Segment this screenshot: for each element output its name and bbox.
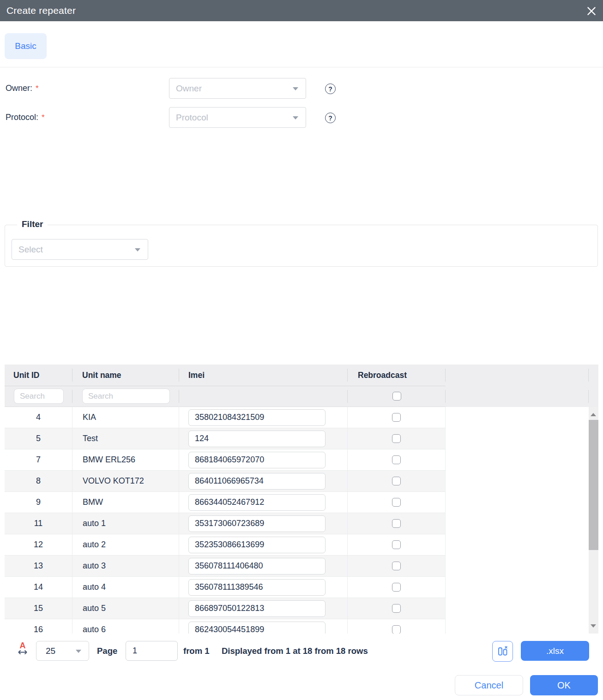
required-asterisk: * xyxy=(42,113,45,122)
imei-cell xyxy=(179,428,348,449)
rebroadcast-cell xyxy=(348,428,446,449)
table-row[interactable]: 7 BMW ERL256 xyxy=(5,449,446,471)
columns-remove-icon xyxy=(496,645,509,658)
scroll-up-icon[interactable] xyxy=(591,413,596,416)
export-xlsx-button[interactable]: .xlsx xyxy=(521,641,589,661)
owner-select[interactable]: Owner xyxy=(169,78,306,99)
table-scrollbar[interactable] xyxy=(589,407,598,634)
table-row[interactable]: 8 VOLVO KOT172 xyxy=(5,471,446,492)
imei-input[interactable] xyxy=(188,600,326,617)
imei-input[interactable] xyxy=(188,473,326,490)
hide-columns-button[interactable] xyxy=(492,641,513,662)
table-row[interactable]: 4 KIA xyxy=(5,407,446,428)
cancel-button[interactable]: Cancel xyxy=(455,675,523,695)
table-header-row: Unit ID Unit name Imei Rebroadcast xyxy=(5,365,598,386)
col-header-unit-name[interactable]: Unit name xyxy=(72,365,179,386)
page-size-value: 25 xyxy=(46,646,55,656)
unit-name-cell: KIA xyxy=(72,407,179,428)
imei-input[interactable] xyxy=(188,452,326,468)
chevron-down-icon xyxy=(293,87,298,90)
column-separator xyxy=(445,390,446,403)
rebroadcast-cell xyxy=(348,577,446,598)
imei-input[interactable] xyxy=(188,579,326,596)
unit-id-cell: 13 xyxy=(5,556,72,576)
table-body: 4 KIA 5 Test 7 BMW ERL256 8 VOLVO KOT172 xyxy=(5,407,598,634)
table-row[interactable]: 14 auto 4 xyxy=(5,577,446,598)
unit-name-cell: auto 3 xyxy=(72,556,179,576)
imei-input[interactable] xyxy=(188,537,326,553)
imei-input[interactable] xyxy=(188,494,326,511)
help-glyph: ? xyxy=(328,85,332,93)
unit-name-search-input[interactable] xyxy=(82,389,170,404)
table-row[interactable]: 5 Test xyxy=(5,428,446,449)
table-row[interactable]: 13 auto 3 xyxy=(5,556,446,577)
rebroadcast-checkbox[interactable] xyxy=(392,540,401,549)
imei-cell xyxy=(179,534,348,555)
imei-input[interactable] xyxy=(188,558,326,574)
rebroadcast-cell xyxy=(348,471,446,491)
rebroadcast-cell xyxy=(348,598,446,619)
col-header-rebroadcast[interactable]: Rebroadcast xyxy=(348,365,446,386)
filter-select[interactable]: Select xyxy=(12,239,148,260)
column-separator xyxy=(72,390,72,403)
filter-legend: Filter xyxy=(17,219,48,229)
create-repeater-dialog: Create repeater Basic Owner: * Owner ? P… xyxy=(0,0,603,700)
table-row[interactable]: 12 auto 2 xyxy=(5,534,446,556)
imei-cell xyxy=(179,513,348,534)
imei-cell xyxy=(179,449,348,470)
rebroadcast-checkbox[interactable] xyxy=(392,562,401,570)
unit-id-search-input[interactable] xyxy=(14,389,64,404)
close-icon[interactable] xyxy=(584,3,599,19)
protocol-help-icon[interactable]: ? xyxy=(325,113,336,123)
rebroadcast-checkbox[interactable] xyxy=(392,583,401,592)
protocol-select[interactable]: Protocol xyxy=(169,107,306,128)
autofit-columns-button[interactable]: A xyxy=(14,641,31,655)
rebroadcast-cell xyxy=(348,449,446,470)
rebroadcast-checkbox[interactable] xyxy=(392,434,401,443)
units-table: Unit ID Unit name Imei Rebroadcast 4 KIA xyxy=(5,365,598,634)
dialog-titlebar: Create repeater xyxy=(0,0,603,21)
column-separator xyxy=(588,390,589,403)
rebroadcast-cell xyxy=(348,534,446,555)
tab-basic[interactable]: Basic xyxy=(5,33,47,59)
rebroadcast-checkbox[interactable] xyxy=(392,413,401,422)
scroll-thumb[interactable] xyxy=(589,420,598,550)
page-size-select[interactable]: 25 xyxy=(36,641,89,661)
protocol-label-text: Protocol: xyxy=(6,113,38,122)
table-rows: 4 KIA 5 Test 7 BMW ERL256 8 VOLVO KOT172 xyxy=(5,407,446,634)
table-row[interactable]: 11 auto 1 xyxy=(5,513,446,534)
imei-input[interactable] xyxy=(188,622,326,634)
scroll-down-icon[interactable] xyxy=(591,624,596,628)
autofit-letter: A xyxy=(20,641,26,650)
page-label: Page xyxy=(97,641,117,661)
rebroadcast-checkbox[interactable] xyxy=(392,455,401,464)
unit-name-cell: VOLVO KOT172 xyxy=(72,471,179,491)
imei-input[interactable] xyxy=(188,431,326,447)
unit-id-cell: 8 xyxy=(5,471,72,491)
col-header-unit-id[interactable]: Unit ID xyxy=(5,365,72,386)
displayed-rows-label: Displayed from 1 at 18 from 18 rows xyxy=(222,641,368,661)
rebroadcast-cell xyxy=(348,556,446,576)
imei-input[interactable] xyxy=(188,409,326,426)
ok-button[interactable]: OK xyxy=(530,675,598,695)
imei-input[interactable] xyxy=(188,515,326,532)
column-separator xyxy=(179,390,179,403)
rebroadcast-checkbox[interactable] xyxy=(392,477,401,485)
table-row[interactable]: 15 auto 5 xyxy=(5,598,446,619)
imei-cell xyxy=(179,598,348,619)
unit-name-cell: auto 4 xyxy=(72,577,179,598)
column-separator xyxy=(347,390,348,403)
protocol-label: Protocol: * xyxy=(6,107,45,128)
owner-help-icon[interactable]: ? xyxy=(325,84,336,94)
rebroadcast-checkbox[interactable] xyxy=(392,519,401,528)
rebroadcast-select-all-checkbox[interactable] xyxy=(392,392,401,401)
rebroadcast-checkbox[interactable] xyxy=(392,625,401,634)
table-row[interactable]: 16 auto 6 xyxy=(5,619,446,634)
rebroadcast-checkbox[interactable] xyxy=(392,604,401,613)
unit-id-cell: 9 xyxy=(5,492,72,513)
header-divider xyxy=(5,386,446,386)
page-number-input[interactable] xyxy=(126,641,178,661)
col-header-imei[interactable]: Imei xyxy=(179,365,348,386)
table-row[interactable]: 9 BMW xyxy=(5,492,446,513)
rebroadcast-checkbox[interactable] xyxy=(392,498,401,507)
